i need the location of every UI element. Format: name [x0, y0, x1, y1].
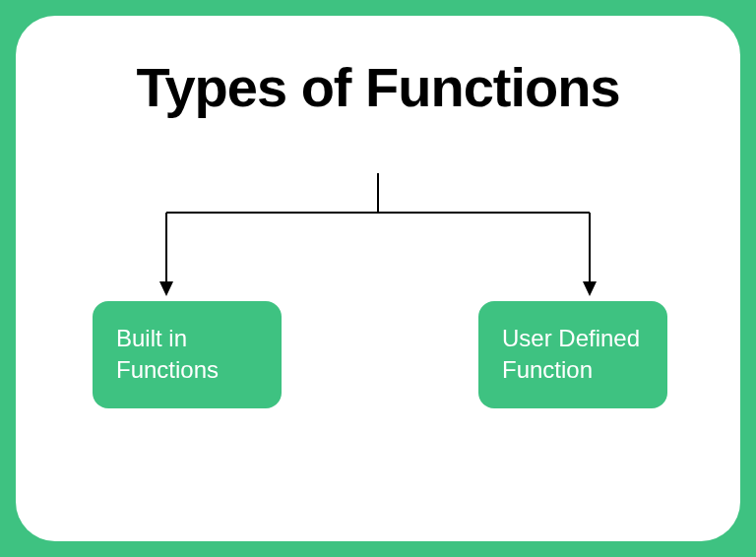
leaf-label: Built in Functions [116, 325, 219, 383]
svg-marker-4 [159, 281, 173, 296]
svg-marker-5 [583, 281, 597, 296]
leaf-label: User Defined Function [502, 325, 640, 383]
diagram-title: Types of Functions [55, 55, 701, 119]
leaf-built-in-functions: Built in Functions [93, 301, 282, 408]
connector-lines [102, 173, 654, 301]
leaf-user-defined-function: User Defined Function [478, 301, 667, 408]
diagram-panel: Types of Functions Built in Functions Us… [16, 16, 740, 541]
